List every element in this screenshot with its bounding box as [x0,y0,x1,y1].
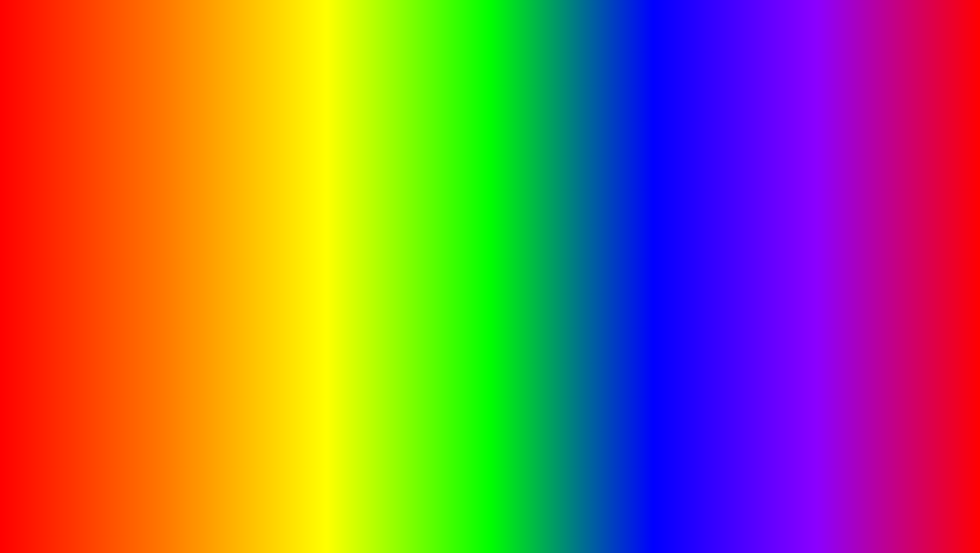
window1-titlebar: Specialized — ✕ [305,136,557,153]
sidebar1-general-icon [311,176,316,181]
sidebar1-item-quest-icon [311,204,316,209]
sidebar2-welcome-icon [392,213,397,218]
sidebar1-setting[interactable]: Setting [305,185,370,199]
content1-wait-dungeon: Wait For Dungeon [378,158,549,175]
sidebar1-stats[interactable]: Stats [305,214,370,228]
sidebar1-welcome-icon [311,161,316,166]
window2-titlebar: Specialized — ✕ [386,188,638,204]
sidebar1-sky-avatar [311,274,323,286]
window1-close[interactable]: ✕ [544,140,550,148]
dragon-creature [636,321,798,463]
svg-rect-33 [173,404,190,418]
sidebar1-stats-icon [311,218,316,223]
svg-point-48 [692,385,737,417]
update-bar: UPDATE 20 SCRIPT PASTEBIN [106,471,874,528]
sidebar2-welcome[interactable]: Welcome [386,209,451,223]
sidebar1-esp[interactable]: ESP [305,228,370,242]
window2-controls: — ✕ [614,192,632,200]
content2-auto-farm-gun: Auto Farm Gun Mastery [459,301,631,319]
sidebar1-raid[interactable]: Raid [305,242,370,256]
content2-auto-farm-bf: Auto Farm BF Mastery [459,284,631,301]
title-blox: BLOX [194,12,445,119]
svg-rect-22 [218,382,244,402]
window2-sidebar: Welcome General Setting Item & Quest [386,204,452,344]
content2-main-farm: Main Farm Click to Box to Farm, I ready … [459,210,631,233]
svg-point-45 [756,373,760,377]
title-fruits: FRUITS [462,12,786,119]
sidebar2-setting[interactable]: Setting [386,237,451,251]
window1-controls: — ✕ [533,140,550,148]
mobile-label: MOBILE ✔ [35,197,243,239]
sidebar1-local-players-icon [311,261,316,266]
sidebar2-setting-icon [392,241,397,247]
mastery-section-label: Mastery Menu [459,251,631,260]
android-label: ANDROID ✔ [35,242,243,285]
update-section: UPDATE 20 SCRIPT PASTEBIN [4,470,976,529]
content2-auto-farm: Auto Farm [459,233,631,251]
svg-marker-47 [752,340,762,361]
auto-farm-toggle[interactable] [622,237,631,246]
sidebar1-item-quest[interactable]: Item & Quest [305,199,370,214]
svg-point-51 [888,461,893,466]
window2-body: Welcome General Setting Item & Quest [386,204,638,344]
sidebar1-welcome[interactable]: Welcome [305,157,370,171]
auto-farm-gun-toggle[interactable] [622,305,631,315]
mobile-android-section: MOBILE ✔ ANDROID ✔ [35,197,243,285]
sidebar1-setting-icon [311,190,316,195]
sidebar1-sky[interactable]: Sky [305,270,370,290]
window2-content: Main Farm Click to Box to Farm, I ready … [452,204,638,344]
auto-farm-bf-toggle[interactable] [622,288,631,297]
content2-mastery-menu: Mastery Menu Click To Box to Start Farm … [459,260,631,284]
title-section: BLOX FRUITS [4,12,976,119]
window2-title: Specialized [392,192,431,200]
svg-point-42 [745,373,749,377]
sidebar2-item-quest[interactable]: Item & Quest [386,251,451,265]
svg-point-49 [315,277,318,280]
sidebar2-general[interactable]: General [386,223,451,237]
sidebar1-local-players[interactable]: Local Players [305,256,370,270]
background: BLOX FRUITS MOBILE ✔ ANDROID ✔ Specializ… [4,4,976,549]
svg-rect-21 [119,382,146,402]
window1-title: Specialized [311,140,349,148]
window1-minimize[interactable]: — [533,140,540,148]
svg-rect-11 [182,453,215,470]
svg-rect-10 [149,453,182,470]
window2-close[interactable]: ✕ [626,192,632,200]
window2-minimize[interactable]: — [614,192,622,200]
svg-point-52 [896,461,901,466]
sidebar1-esp-icon [311,232,316,237]
svg-point-16 [177,336,187,346]
sidebar2-item-quest-icon [392,256,397,261]
window-specialized-2: Specialized — ✕ Welcome General Setting [385,187,639,349]
window1-sidebar: Welcome General Setting Item & Quest Sta… [305,153,371,293]
sidebar1-general[interactable]: General [305,171,370,185]
sidebar2-general-icon [392,227,397,232]
svg-rect-20 [220,336,240,387]
svg-rect-19 [123,336,144,387]
sidebar1-raid-icon [311,247,316,252]
